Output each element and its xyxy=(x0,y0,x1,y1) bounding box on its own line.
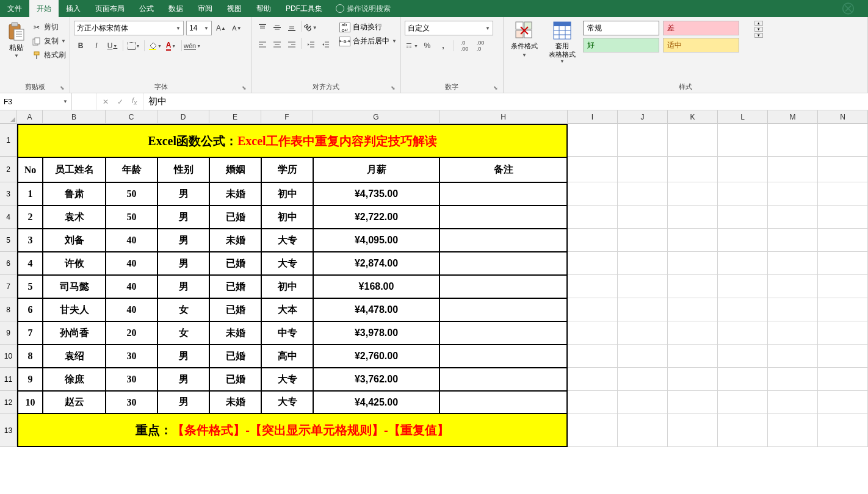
data-cell[interactable]: 5 xyxy=(17,275,43,298)
data-cell[interactable]: 30 xyxy=(106,391,157,414)
data-cell[interactable]: 8 xyxy=(17,345,43,368)
align-center-button[interactable] xyxy=(270,38,284,51)
number-format-select[interactable]: 自定义▼ xyxy=(405,21,493,35)
data-cell[interactable]: 50 xyxy=(106,182,157,206)
data-cell[interactable]: 女 xyxy=(157,321,209,345)
header-婚姻[interactable]: 婚姻 xyxy=(209,157,261,182)
data-cell[interactable]: 2 xyxy=(17,206,43,229)
data-cell[interactable]: 已婚 xyxy=(209,368,261,391)
data-cell[interactable]: ¥3,978.00 xyxy=(313,321,439,345)
copy-button[interactable]: 复制▼ xyxy=(32,36,66,46)
font-size-select[interactable]: 14▼ xyxy=(186,21,212,35)
data-cell[interactable]: 大专 xyxy=(261,368,313,391)
menu-tab-公式[interactable]: 公式 xyxy=(132,0,161,17)
data-cell[interactable]: 男 xyxy=(157,391,209,414)
header-员工姓名[interactable]: 员工姓名 xyxy=(43,157,106,182)
data-cell[interactable]: ¥168.00 xyxy=(313,275,439,298)
spreadsheet-grid[interactable]: ABCDEFGHIJKLMN 12345678910111213 Excel函数… xyxy=(0,110,868,447)
accounting-format-button[interactable]: ☶▼ xyxy=(405,39,418,52)
fill-color-button[interactable]: ▼ xyxy=(148,39,162,52)
data-cell[interactable]: 未婚 xyxy=(209,182,261,206)
row-header-3[interactable]: 3 xyxy=(0,182,17,206)
row-header-2[interactable]: 2 xyxy=(0,157,17,182)
data-cell[interactable]: 大专 xyxy=(261,391,313,414)
data-cell[interactable]: 40 xyxy=(106,298,157,321)
percent-button[interactable]: % xyxy=(421,39,434,52)
data-cell[interactable]: ¥3,762.00 xyxy=(313,368,439,391)
data-cell[interactable]: 40 xyxy=(106,252,157,275)
data-cell[interactable]: ¥4,095.00 xyxy=(313,229,439,252)
data-cell[interactable]: 30 xyxy=(106,368,157,391)
underline-button[interactable]: U▼ xyxy=(106,39,119,52)
format-as-table-button[interactable]: 套用 表格格式 ▼ xyxy=(545,20,579,64)
col-header-B[interactable]: B xyxy=(43,110,106,124)
footer-cell[interactable]: 重点：【条件格式】-【突出显示单元格规则】-【重复值】 xyxy=(17,414,568,447)
data-cell[interactable]: 男 xyxy=(157,252,209,275)
col-header-K[interactable]: K xyxy=(668,110,718,124)
align-left-button[interactable] xyxy=(256,38,269,51)
menu-tab-插入[interactable]: 插入 xyxy=(59,0,88,17)
data-cell[interactable]: 女 xyxy=(157,298,209,321)
data-cell[interactable]: 男 xyxy=(157,275,209,298)
data-cell[interactable]: 甘夫人 xyxy=(43,298,106,321)
col-header-E[interactable]: E xyxy=(209,110,261,124)
dialog-launcher-icon[interactable]: ⬊ xyxy=(391,85,396,91)
data-cell[interactable] xyxy=(439,345,568,368)
data-cell[interactable]: 已婚 xyxy=(209,275,261,298)
row-header-11[interactable]: 11 xyxy=(0,368,17,391)
orientation-button[interactable]: ab▼ xyxy=(304,21,317,34)
data-cell[interactable]: 孙尚香 xyxy=(43,321,106,345)
decrease-decimal-button[interactable]: .00.0 xyxy=(474,39,487,52)
cell-style-good[interactable]: 好 xyxy=(583,38,659,52)
data-cell[interactable]: 未婚 xyxy=(209,229,261,252)
data-cell[interactable]: 已婚 xyxy=(209,206,261,229)
data-cell[interactable] xyxy=(439,298,568,321)
row-header-8[interactable]: 8 xyxy=(0,298,17,321)
data-cell[interactable]: 初中 xyxy=(261,275,313,298)
increase-decimal-button[interactable]: .0.00 xyxy=(458,39,471,52)
col-header-D[interactable]: D xyxy=(157,110,209,124)
data-cell[interactable]: 赵云 xyxy=(43,391,106,414)
row-header-6[interactable]: 6 xyxy=(0,252,17,275)
data-cell[interactable] xyxy=(439,206,568,229)
col-header-M[interactable]: M xyxy=(768,110,818,124)
decrease-font-button[interactable]: A▼ xyxy=(230,21,244,35)
data-cell[interactable]: 袁绍 xyxy=(43,345,106,368)
col-header-I[interactable]: I xyxy=(568,110,618,124)
data-cell[interactable]: 高中 xyxy=(261,345,313,368)
menu-tab-数据[interactable]: 数据 xyxy=(161,0,190,17)
align-top-button[interactable] xyxy=(256,21,269,34)
data-cell[interactable]: ¥4,425.00 xyxy=(313,391,439,414)
bold-button[interactable]: B xyxy=(74,39,87,52)
data-cell[interactable] xyxy=(439,368,568,391)
data-cell[interactable]: 初中 xyxy=(261,206,313,229)
align-middle-button[interactable] xyxy=(270,21,284,34)
data-cell[interactable]: ¥2,722.00 xyxy=(313,206,439,229)
header-No[interactable]: No xyxy=(17,157,43,182)
data-cell[interactable]: ¥4,478.00 xyxy=(313,298,439,321)
decrease-indent-button[interactable] xyxy=(304,38,317,51)
data-cell[interactable]: 6 xyxy=(17,298,43,321)
data-cell[interactable]: 7 xyxy=(17,321,43,345)
data-cell[interactable] xyxy=(439,275,568,298)
data-cell[interactable]: 3 xyxy=(17,229,43,252)
header-学历[interactable]: 学历 xyxy=(261,157,313,182)
align-right-button[interactable] xyxy=(285,38,298,51)
paste-button[interactable]: 粘贴 ▼ xyxy=(4,18,29,81)
name-box[interactable]: F3▼ xyxy=(0,93,72,110)
dialog-launcher-icon[interactable]: ⬊ xyxy=(242,85,247,91)
data-cell[interactable]: 男 xyxy=(157,229,209,252)
data-cell[interactable]: 已婚 xyxy=(209,345,261,368)
conditional-format-button[interactable]: 条件格式▼ xyxy=(507,20,541,60)
data-cell[interactable]: 袁术 xyxy=(43,206,106,229)
font-name-select[interactable]: 方正小标宋简体▼ xyxy=(74,21,184,35)
data-cell[interactable]: 已婚 xyxy=(209,252,261,275)
data-cell[interactable]: 30 xyxy=(106,345,157,368)
data-cell[interactable]: 男 xyxy=(157,368,209,391)
data-cell[interactable]: 许攸 xyxy=(43,252,106,275)
data-cell[interactable]: 已婚 xyxy=(209,298,261,321)
col-header-L[interactable]: L xyxy=(718,110,768,124)
row-header-12[interactable]: 12 xyxy=(0,391,17,414)
col-header-A[interactable]: A xyxy=(17,110,43,124)
menu-tab-文件[interactable]: 文件 xyxy=(0,0,29,17)
